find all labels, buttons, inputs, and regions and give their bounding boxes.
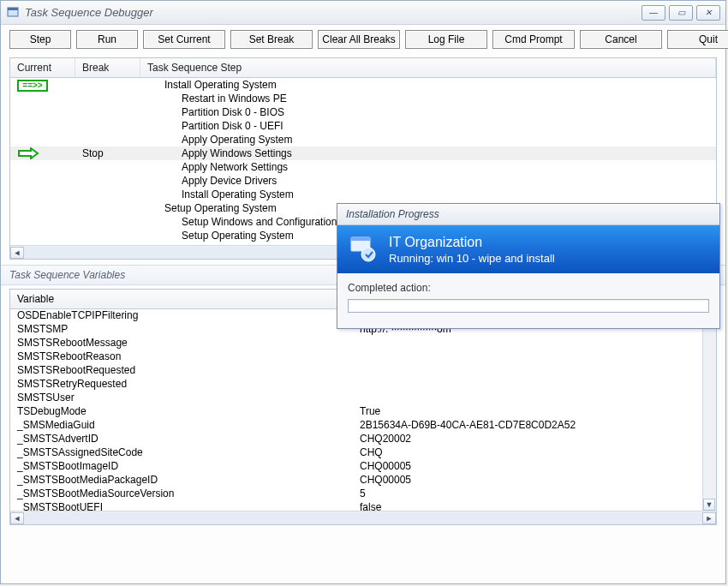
task-sequence-header: Current Break Task Sequence Step (10, 58, 716, 78)
variable-value: CHQ20002 (353, 433, 716, 446)
variable-row[interactable]: SMSTSUser (10, 392, 716, 405)
column-header-break[interactable]: Break (75, 58, 140, 77)
step-label: Partition Disk 0 - UEFI (140, 120, 716, 132)
variable-name: TSDebugMode (10, 405, 353, 419)
step-label: Partition Disk 0 - BIOS (140, 106, 716, 118)
variable-value (353, 350, 716, 364)
task-sequence-row[interactable]: Partition Disk 0 - UEFI (10, 119, 716, 133)
current-cell (10, 147, 75, 159)
scroll-track-vars[interactable] (24, 512, 702, 524)
close-button[interactable]: ✕ (696, 5, 720, 21)
variable-name: _SMSTSBootMediaPackageID (10, 474, 353, 487)
variable-row[interactable]: SMSTSRetryRequested (10, 378, 716, 392)
variable-row[interactable]: _SMSMediaGuid2B15634A-D69B-40CA-AE81-CD7… (10, 419, 716, 433)
minimize-button[interactable]: — (641, 5, 665, 21)
arrow-right-icon (17, 147, 69, 159)
variable-name: SMSTSRetryRequested (10, 378, 353, 392)
toolbar: Step Run Set Current Set Break Clear All… (1, 25, 725, 54)
scroll-down-button[interactable]: ▼ (703, 499, 715, 511)
progress-completed-label: Completed action: (348, 282, 709, 294)
variable-row[interactable]: _SMSTSAdvertIDCHQ20002 (10, 433, 716, 446)
break-cell: Stop (75, 147, 140, 159)
step-button[interactable]: Step (9, 30, 71, 49)
variable-name: _SMSTSBootMediaSourceVersion (10, 487, 353, 501)
cmd-prompt-button[interactable]: Cmd Prompt (492, 30, 575, 49)
task-sequence-row[interactable]: Restart in Windows PE (10, 92, 716, 105)
variable-name: SMSTSRebootRequested (10, 364, 353, 378)
set-current-button[interactable]: Set Current (143, 30, 225, 49)
variable-value (353, 364, 716, 378)
clear-all-breaks-button[interactable]: Clear All Breaks (318, 30, 400, 49)
variable-name: SMSTSRebootMessage (10, 337, 353, 350)
quit-button[interactable]: Quit (667, 30, 728, 49)
variable-row[interactable]: _SMSTSBootMediaPackageIDCHQ00005 (10, 474, 716, 487)
computer-install-icon (348, 234, 379, 265)
titlebar: Task Sequence Debugger — ▭ ✕ (1, 1, 725, 25)
variable-value: CHQ00005 (353, 474, 716, 487)
scroll-left-button-vars[interactable]: ◄ (10, 512, 24, 524)
variable-value: 5 (353, 487, 716, 501)
horizontal-scrollbar-vars[interactable]: ◄ ► (10, 511, 716, 524)
variable-row[interactable]: _SMSTSAssignedSiteCodeCHQ (10, 446, 716, 460)
variable-row[interactable]: _SMSTSBootImageIDCHQ00005 (10, 460, 716, 474)
variable-name: _SMSTSAdvertID (10, 433, 353, 446)
variable-row[interactable]: _SMSTSBootMediaSourceVersion5 (10, 487, 716, 501)
app-icon (6, 6, 20, 20)
set-break-button[interactable]: Set Break (230, 30, 313, 49)
svg-rect-3 (351, 237, 370, 241)
variable-row[interactable]: SMSTSRebootMessage (10, 337, 716, 350)
variable-name: SMSTSMP (10, 323, 353, 337)
task-sequence-row[interactable]: StopApply Windows Settings (10, 146, 716, 160)
variable-value (353, 337, 716, 350)
progress-dialog-title: Installation Progress (337, 204, 719, 225)
task-sequence-row[interactable]: Partition Disk 0 - BIOS (10, 105, 716, 119)
step-label: Install Operating System (140, 188, 716, 200)
variable-name: _SMSTSBootImageID (10, 460, 353, 474)
variable-row[interactable]: SMSTSRebootRequested (10, 364, 716, 378)
variable-name: _SMSMediaGuid (10, 419, 353, 433)
progress-bar (348, 299, 709, 313)
variable-value (353, 392, 716, 405)
scroll-left-button[interactable]: ◄ (10, 247, 24, 259)
cancel-button[interactable]: Cancel (580, 30, 662, 49)
run-button[interactable]: Run (76, 30, 138, 49)
scroll-right-button-vars[interactable]: ► (702, 512, 716, 524)
step-label: Apply Network Settings (140, 161, 716, 173)
progress-org: IT Organization (389, 235, 555, 250)
step-label: Apply Device Drivers (140, 175, 716, 187)
progress-banner: IT Organization Running: win 10 - wipe a… (337, 225, 719, 273)
variable-value: True (353, 405, 716, 419)
variable-value: CHQ (353, 446, 716, 460)
maximize-button[interactable]: ▭ (669, 5, 693, 21)
step-label: Apply Operating System (140, 134, 716, 146)
progress-status: Running: win 10 - wipe and install (389, 252, 555, 265)
variable-row[interactable]: SMSTSRebootReason (10, 350, 716, 364)
task-sequence-row[interactable]: Apply Network Settings (10, 160, 716, 174)
task-sequence-row[interactable]: Apply Operating System (10, 133, 716, 146)
variable-name: SMSTSUser (10, 392, 353, 405)
step-label: Apply Windows Settings (140, 147, 716, 159)
progress-body: Completed action: (337, 273, 719, 328)
variable-name: _SMSTSAssignedSiteCode (10, 446, 353, 460)
variable-value: 2B15634A-D69B-40CA-AE81-CD7E8C0D2A52 (353, 419, 716, 433)
task-sequence-row[interactable]: Apply Device Drivers (10, 174, 716, 188)
variable-name: SMSTSRebootReason (10, 350, 353, 364)
vertical-scrollbar[interactable]: ▲ ▼ (702, 310, 716, 511)
column-header-step[interactable]: Task Sequence Step (140, 58, 716, 77)
current-cell: ==>> (10, 79, 75, 92)
variable-row[interactable]: TSDebugModeTrue (10, 405, 716, 419)
svg-rect-1 (8, 8, 18, 10)
variable-value (353, 378, 716, 392)
task-sequence-row[interactable]: ==>>Install Operating System (10, 78, 716, 92)
variable-name: OSDEnableTCPIPFiltering (10, 309, 353, 323)
column-header-variable[interactable]: Variable (10, 290, 353, 308)
variables-body[interactable]: OSDEnableTCPIPFilteringfalseSMSTSMPhttp:… (10, 309, 716, 511)
log-file-button[interactable]: Log File (405, 30, 487, 49)
installation-progress-dialog: Installation Progress IT Organization Ru… (337, 203, 720, 329)
variable-value: CHQ00005 (353, 460, 716, 474)
current-marker-icon: ==>> (17, 80, 48, 92)
step-label: Restart in Windows PE (140, 93, 716, 105)
column-header-current[interactable]: Current (10, 58, 75, 77)
task-sequence-row[interactable]: Install Operating System (10, 188, 716, 201)
window-title: Task Sequence Debugger (25, 6, 641, 19)
